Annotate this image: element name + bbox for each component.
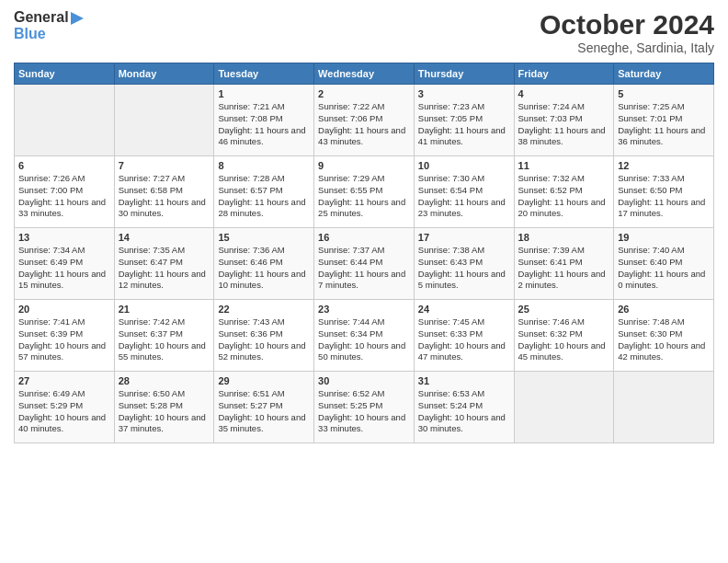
day-info: Sunrise: 7:42 AM Sunset: 6:37 PM Dayligh… [119, 316, 210, 363]
weekday-header-tuesday: Tuesday [214, 63, 314, 85]
day-number: 1 [218, 88, 310, 99]
day-info: Sunrise: 7:38 AM Sunset: 6:43 PM Dayligh… [418, 245, 510, 292]
weekday-header-monday: Monday [114, 63, 214, 85]
day-number: 15 [218, 232, 310, 243]
calendar-day: 31Sunrise: 6:53 AM Sunset: 5:24 PM Dayli… [414, 372, 514, 443]
day-number: 7 [119, 160, 210, 171]
calendar-day: 16Sunrise: 7:37 AM Sunset: 6:44 PM Dayli… [314, 228, 415, 300]
calendar-day: 13Sunrise: 7:34 AM Sunset: 6:49 PM Dayli… [15, 228, 115, 300]
day-number: 25 [518, 304, 610, 315]
day-number: 31 [418, 375, 510, 386]
calendar-day: 3Sunrise: 7:23 AM Sunset: 7:05 PM Daylig… [414, 85, 514, 156]
calendar-day [514, 372, 614, 443]
calendar-day [114, 85, 214, 156]
day-number: 4 [518, 88, 610, 99]
weekday-header-friday: Friday [514, 63, 614, 85]
calendar-table: SundayMondayTuesdayWednesdayThursdayFrid… [14, 63, 714, 443]
calendar-week-1: 1Sunrise: 7:21 AM Sunset: 7:08 PM Daylig… [15, 85, 714, 156]
day-info: Sunrise: 7:30 AM Sunset: 6:54 PM Dayligh… [418, 173, 510, 220]
location-subtitle: Seneghe, Sardinia, Italy [540, 40, 714, 55]
calendar-day: 5Sunrise: 7:25 AM Sunset: 7:01 PM Daylig… [614, 85, 714, 156]
weekday-header-thursday: Thursday [414, 63, 514, 85]
calendar-day: 19Sunrise: 7:40 AM Sunset: 6:40 PM Dayli… [614, 228, 714, 300]
day-number: 29 [218, 375, 310, 386]
day-info: Sunrise: 7:45 AM Sunset: 6:33 PM Dayligh… [418, 316, 510, 363]
weekday-header-saturday: Saturday [614, 63, 714, 85]
calendar-week-4: 20Sunrise: 7:41 AM Sunset: 6:39 PM Dayli… [15, 300, 714, 372]
day-info: Sunrise: 7:22 AM Sunset: 7:06 PM Dayligh… [318, 101, 410, 148]
day-info: Sunrise: 6:53 AM Sunset: 5:24 PM Dayligh… [418, 388, 510, 435]
calendar-day [15, 85, 115, 156]
day-number: 3 [418, 88, 510, 99]
calendar-day: 8Sunrise: 7:28 AM Sunset: 6:57 PM Daylig… [214, 156, 314, 228]
calendar-week-3: 13Sunrise: 7:34 AM Sunset: 6:49 PM Dayli… [15, 228, 714, 300]
day-info: Sunrise: 6:51 AM Sunset: 5:27 PM Dayligh… [218, 388, 310, 435]
calendar-day: 29Sunrise: 6:51 AM Sunset: 5:27 PM Dayli… [214, 372, 314, 443]
day-number: 10 [418, 160, 510, 171]
logo-arrow-icon [71, 12, 84, 25]
day-number: 2 [318, 88, 410, 99]
calendar-week-2: 6Sunrise: 7:26 AM Sunset: 7:00 PM Daylig… [15, 156, 714, 228]
day-info: Sunrise: 7:23 AM Sunset: 7:05 PM Dayligh… [418, 101, 510, 148]
day-number: 16 [318, 232, 410, 243]
day-number: 9 [318, 160, 410, 171]
day-number: 24 [418, 304, 510, 315]
header: General Blue October 2024 Seneghe, Sardi… [14, 9, 714, 55]
calendar-day: 7Sunrise: 7:27 AM Sunset: 6:58 PM Daylig… [114, 156, 214, 228]
day-info: Sunrise: 7:33 AM Sunset: 6:50 PM Dayligh… [618, 173, 710, 220]
day-info: Sunrise: 7:25 AM Sunset: 7:01 PM Dayligh… [618, 101, 710, 148]
day-number: 12 [618, 160, 710, 171]
calendar-day: 1Sunrise: 7:21 AM Sunset: 7:08 PM Daylig… [214, 85, 314, 156]
weekday-header-row: SundayMondayTuesdayWednesdayThursdayFrid… [15, 63, 714, 85]
day-info: Sunrise: 7:36 AM Sunset: 6:46 PM Dayligh… [218, 245, 310, 292]
calendar-day: 15Sunrise: 7:36 AM Sunset: 6:46 PM Dayli… [214, 228, 314, 300]
day-info: Sunrise: 7:40 AM Sunset: 6:40 PM Dayligh… [618, 245, 710, 292]
day-info: Sunrise: 7:44 AM Sunset: 6:34 PM Dayligh… [318, 316, 410, 363]
calendar-day: 17Sunrise: 7:38 AM Sunset: 6:43 PM Dayli… [414, 228, 514, 300]
day-info: Sunrise: 7:28 AM Sunset: 6:57 PM Dayligh… [218, 173, 310, 220]
day-info: Sunrise: 6:50 AM Sunset: 5:28 PM Dayligh… [119, 388, 210, 435]
day-number: 19 [618, 232, 710, 243]
calendar-day: 30Sunrise: 6:52 AM Sunset: 5:25 PM Dayli… [314, 372, 415, 443]
day-number: 18 [518, 232, 610, 243]
day-number: 30 [318, 375, 410, 386]
logo-line2: Blue [14, 26, 46, 41]
day-info: Sunrise: 6:52 AM Sunset: 5:25 PM Dayligh… [318, 388, 410, 435]
day-number: 23 [318, 304, 410, 315]
svg-marker-0 [71, 12, 84, 25]
day-info: Sunrise: 7:21 AM Sunset: 7:08 PM Dayligh… [218, 101, 310, 148]
calendar-day: 2Sunrise: 7:22 AM Sunset: 7:06 PM Daylig… [314, 85, 415, 156]
day-info: Sunrise: 7:27 AM Sunset: 6:58 PM Dayligh… [119, 173, 210, 220]
calendar-day: 21Sunrise: 7:42 AM Sunset: 6:37 PM Dayli… [114, 300, 214, 372]
day-number: 22 [218, 304, 310, 315]
day-number: 11 [518, 160, 610, 171]
day-number: 26 [618, 304, 710, 315]
day-info: Sunrise: 7:41 AM Sunset: 6:39 PM Dayligh… [18, 316, 110, 363]
day-number: 27 [18, 375, 110, 386]
day-info: Sunrise: 7:48 AM Sunset: 6:30 PM Dayligh… [618, 316, 710, 363]
day-number: 28 [119, 375, 210, 386]
day-number: 21 [119, 304, 210, 315]
day-info: Sunrise: 7:46 AM Sunset: 6:32 PM Dayligh… [518, 316, 610, 363]
calendar-day: 14Sunrise: 7:35 AM Sunset: 6:47 PM Dayli… [114, 228, 214, 300]
day-info: Sunrise: 7:37 AM Sunset: 6:44 PM Dayligh… [318, 245, 410, 292]
logo-text: General Blue [14, 9, 84, 41]
day-number: 5 [618, 88, 710, 99]
calendar-day: 4Sunrise: 7:24 AM Sunset: 7:03 PM Daylig… [514, 85, 614, 156]
weekday-header-sunday: Sunday [15, 63, 115, 85]
day-info: Sunrise: 7:26 AM Sunset: 7:00 PM Dayligh… [18, 173, 110, 220]
day-number: 17 [418, 232, 510, 243]
day-number: 14 [119, 232, 210, 243]
calendar-week-5: 27Sunrise: 6:49 AM Sunset: 5:29 PM Dayli… [15, 372, 714, 443]
day-info: Sunrise: 7:34 AM Sunset: 6:49 PM Dayligh… [18, 245, 110, 292]
day-number: 20 [18, 304, 110, 315]
calendar-day: 27Sunrise: 6:49 AM Sunset: 5:29 PM Dayli… [15, 372, 115, 443]
calendar-day: 26Sunrise: 7:48 AM Sunset: 6:30 PM Dayli… [614, 300, 714, 372]
month-title: October 2024 [540, 9, 714, 40]
calendar-day: 9Sunrise: 7:29 AM Sunset: 6:55 PM Daylig… [314, 156, 415, 228]
day-number: 13 [18, 232, 110, 243]
calendar-day: 10Sunrise: 7:30 AM Sunset: 6:54 PM Dayli… [414, 156, 514, 228]
calendar-container: General Blue October 2024 Seneghe, Sardi… [0, 0, 728, 453]
calendar-day [614, 372, 714, 443]
logo: General Blue [14, 9, 84, 41]
